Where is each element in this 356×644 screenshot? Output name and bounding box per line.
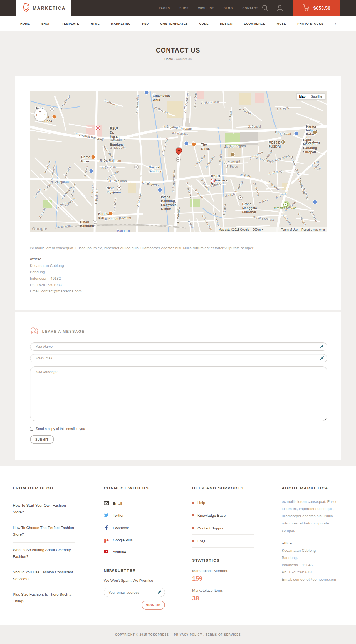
statistics-block: Marketplace Members159Marketplace Items3… — [192, 569, 254, 602]
name-input[interactable] — [30, 342, 327, 351]
pan-right-arrow-icon[interactable]: ‹ — [44, 113, 45, 116]
social-link-facebook[interactable]: Facebook — [104, 521, 165, 534]
footer: FROM OUR BLOG How To Start Your Own Fash… — [0, 466, 356, 625]
category-nav: HOMESHOPTEMPLATEHTMLMARKETINGPSDCMS TEMP… — [0, 16, 356, 31]
office-address-line: Kecamatan Coblong — [30, 262, 327, 269]
nav-item-shop[interactable]: SHOP — [41, 22, 51, 25]
blog-post-link[interactable]: How To Start Your Own Fashion Store? — [13, 498, 75, 520]
map-poi-blue — [89, 169, 93, 173]
tag-logo-icon — [22, 3, 30, 14]
help-link[interactable]: FAQ — [192, 535, 254, 548]
brand-logo[interactable]: MARKETICA — [16, 0, 71, 16]
about-address-line: Indonesia – 12345 — [282, 561, 343, 569]
header-nav-item-pages[interactable]: PAGES — [159, 7, 170, 10]
help-list: HelpKnowladge BaseContact SupportFAQ — [192, 496, 254, 548]
header-nav-item-contact[interactable]: CONTACT — [242, 7, 258, 10]
terms-of-use-link[interactable]: Terms of Use — [281, 228, 298, 231]
social-link-youtube[interactable]: Youtube — [104, 546, 165, 558]
pan-up-arrow-icon[interactable]: ‹ — [38, 111, 42, 112]
map-type-control: Map Satellite — [296, 93, 325, 100]
legal-links[interactable]: PRIVACY POLICY . TERMS OF SERVICES — [174, 633, 241, 636]
name-field-wrap — [30, 342, 327, 351]
map-view-button[interactable]: Map — [296, 93, 308, 100]
blog-post-link[interactable]: Plus Size Fashion: Is There Such a Thing… — [13, 587, 75, 609]
help-link[interactable]: Contact Support — [192, 522, 254, 535]
map-poi-museum — [231, 153, 234, 156]
about-text: ec mollis lorem consequat. Fusce ipsum e… — [282, 498, 343, 534]
blog-post-link[interactable]: What is So Alluring About Celebrity Fash… — [13, 543, 75, 565]
footer-help-heading: HELP AND SUPPORTS — [192, 486, 254, 490]
map-data-credit: Map data ©2015 Google — [219, 228, 249, 231]
breadcrumb-current: Contact Us — [176, 57, 192, 61]
nav-item-photo-stocks[interactable]: PHOTO STOCKS — [297, 22, 323, 25]
blog-post-link[interactable]: How To Choose The Perfect Fashion Store? — [13, 520, 75, 543]
header-nav-item-wishlist[interactable]: WISHLIST — [198, 7, 214, 10]
nav-item-psd[interactable]: PSD — [142, 22, 149, 25]
search-icon[interactable] — [262, 4, 269, 12]
breadcrumb-home[interactable]: Home — [164, 57, 173, 61]
email-field-wrap — [30, 354, 327, 362]
header-nav-item-blog[interactable]: BLOG — [224, 7, 233, 10]
help-link[interactable]: Help — [192, 496, 254, 509]
nav-item-marketing[interactable]: MARKETING — [111, 22, 131, 25]
newsletter-email-input[interactable] — [104, 588, 165, 597]
footer-help-column: HELP AND SUPPORTS HelpKnowladge BaseCont… — [178, 466, 268, 625]
map-poi-hotel — [176, 158, 180, 161]
nav-item-cms-templates[interactable]: CMS TEMPLATES — [160, 22, 188, 25]
help-link[interactable]: Knowladge Base — [192, 509, 254, 522]
social-link-google-plus[interactable]: g+Google Plus — [104, 534, 165, 546]
social-link-twitter[interactable]: Twitter — [104, 509, 165, 521]
send-copy-checkbox[interactable] — [30, 427, 33, 431]
cart-button[interactable]: $653.50 — [293, 0, 340, 16]
map-poi-restaurant — [109, 212, 113, 215]
nav-item-home[interactable]: HOME — [20, 22, 30, 25]
nav-item-ecommerce[interactable]: ECOMMERCE — [244, 22, 265, 25]
submit-button[interactable]: SUBMIT — [30, 435, 54, 444]
help-link-label: Help — [197, 501, 205, 505]
office-address-line: Email. contact@marketica.com — [30, 288, 327, 294]
breadcrumb: Home › Contact Us — [0, 57, 356, 61]
map-scale-bar — [262, 229, 277, 230]
office-address-line: Bandung. — [30, 269, 327, 275]
pan-left-arrow-icon[interactable]: ‹ — [36, 113, 37, 116]
nav-item-code[interactable]: CODE — [199, 22, 209, 25]
social-link-email[interactable]: Email — [104, 498, 165, 509]
copyright-bar: COPYRIGHT © 2015 TOKOPRESS PRIVACY POLIC… — [0, 625, 356, 644]
social-link-label: Twitter — [113, 513, 123, 518]
about-address: Kecamatan CoblongBandung.Indonesia – 123… — [282, 547, 343, 583]
stat-label: Marketplace Items — [192, 588, 254, 593]
stat-value: 159 — [192, 575, 254, 582]
map-poi-hospital: H — [96, 126, 100, 130]
gplus-icon: g+ — [104, 538, 109, 543]
google-map[interactable]: Cihampelas WalkJl. Haji YasinJl. MakmurJ… — [30, 91, 327, 232]
nav-item-template[interactable]: TEMPLATE — [62, 22, 79, 25]
facebook-icon — [104, 525, 109, 531]
user-account-icon[interactable] — [276, 4, 284, 12]
form-heading-row: LEAVE A MESSAGE — [30, 327, 327, 335]
google-logo[interactable]: Google — [32, 226, 48, 231]
email-icon — [104, 501, 109, 506]
satellite-view-button[interactable]: Satellite — [308, 93, 325, 100]
report-map-error-link[interactable]: Report a map error — [301, 228, 325, 231]
nav-item-html[interactable]: HTML — [91, 22, 100, 25]
chevron-down-icon[interactable]: » — [333, 23, 338, 24]
signup-button[interactable]: SIGN UP — [142, 601, 165, 610]
pan-down-arrow-icon[interactable]: ‹ — [38, 117, 42, 118]
newsletter-heading: NEWSLETTER — [104, 568, 165, 573]
blog-post-link[interactable]: Should You Use Fashion Consultant Servic… — [13, 565, 75, 587]
cart-icon — [303, 4, 310, 12]
nav-item-muse[interactable]: MUSE — [277, 22, 286, 25]
nav-item-design[interactable]: DESIGN — [220, 22, 233, 25]
map-poi-blue — [295, 132, 298, 135]
header-nav-item-shop[interactable]: SHOP — [179, 7, 189, 10]
pen-icon — [320, 356, 324, 362]
brand-name: MARKETICA — [33, 6, 66, 11]
social-link-label: Email — [113, 501, 122, 506]
email-input[interactable] — [30, 354, 327, 362]
about-address-line: Bandung. — [282, 554, 343, 561]
map-poi-restaurant — [192, 143, 196, 146]
message-textarea[interactable] — [30, 366, 327, 421]
social-link-label: Google Plus — [113, 538, 133, 542]
twitter-icon — [104, 513, 109, 518]
about-address-line: Ph. +6212345678 — [282, 569, 343, 576]
